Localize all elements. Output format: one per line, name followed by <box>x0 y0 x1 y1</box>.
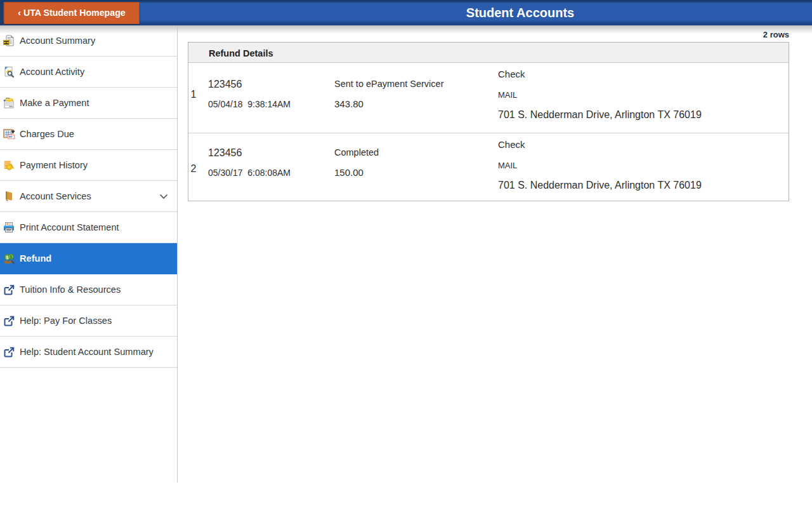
svg-text:$: $ <box>6 255 9 260</box>
svg-text:$: $ <box>10 254 12 259</box>
